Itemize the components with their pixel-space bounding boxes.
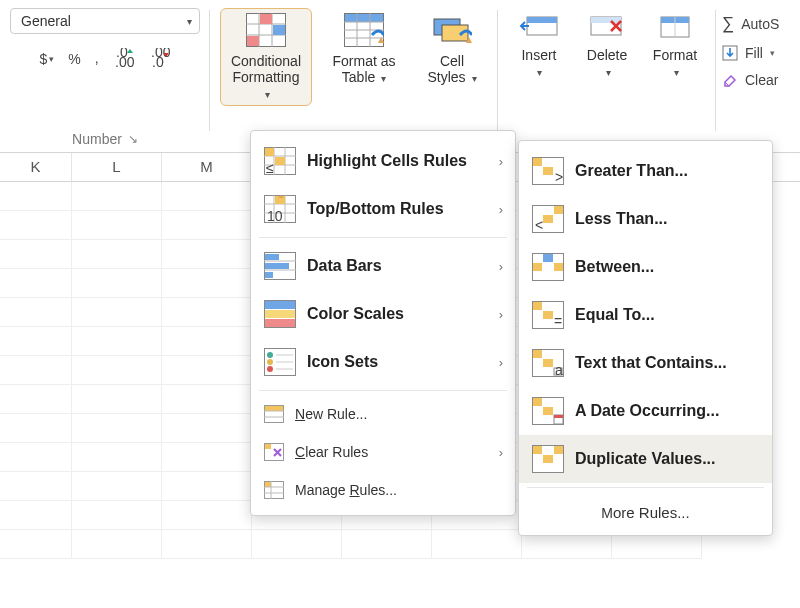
- duplicate-values-icon: [531, 444, 565, 474]
- menu-item-duplicate-values[interactable]: Duplicate Values...: [519, 435, 772, 483]
- column-header-l[interactable]: L: [72, 153, 162, 181]
- column-header-k[interactable]: K: [0, 153, 72, 181]
- chevron-down-icon: ▾: [674, 67, 679, 78]
- increase-decimal-icon: .0.00: [113, 48, 135, 70]
- menu-label: Duplicate Values...: [575, 450, 760, 468]
- insert-label: Insert: [521, 47, 556, 63]
- menu-label: Color Scales: [307, 305, 499, 323]
- percent-format-button[interactable]: %: [68, 52, 80, 66]
- chevron-down-icon: ▾: [537, 67, 542, 78]
- manage-rules-icon: [263, 480, 285, 500]
- menu-label: Manage Rules...: [295, 482, 503, 498]
- delete-button[interactable]: Delete▾: [576, 8, 638, 84]
- svg-rect-53: [265, 319, 295, 327]
- svg-rect-11: [273, 25, 285, 35]
- menu-item-less-than[interactable]: < Less Than...: [519, 195, 772, 243]
- svg-text:=: =: [554, 313, 562, 329]
- svg-rect-74: [543, 167, 553, 175]
- chevron-down-icon: ▾: [472, 73, 477, 84]
- svg-rect-99: [533, 446, 542, 454]
- menu-item-clear-rules[interactable]: Clear Rules ›: [251, 433, 515, 471]
- svg-rect-48: [265, 263, 289, 269]
- format-as-table-label: Format as Table: [332, 53, 395, 85]
- menu-item-new-rule[interactable]: New Rule...: [251, 395, 515, 433]
- chevron-right-icon: ›: [499, 154, 503, 169]
- svg-rect-86: [543, 311, 553, 319]
- increase-decimal-button[interactable]: .0.00: [113, 48, 135, 70]
- menu-item-greater-than[interactable]: > Greater Than...: [519, 147, 772, 195]
- svg-rect-85: [533, 302, 542, 310]
- comma-format-button[interactable]: ,: [95, 56, 99, 62]
- menu-item-highlight-cells-rules[interactable]: ≤ Highlight Cells Rules ›: [251, 137, 515, 185]
- menu-item-color-scales[interactable]: Color Scales ›: [251, 290, 515, 338]
- top-bottom-icon: 10: [263, 194, 297, 224]
- highlight-cells-icon: ≤: [263, 146, 297, 176]
- menu-label: Icon Sets: [307, 353, 499, 371]
- menu-label: Greater Than...: [575, 162, 760, 180]
- menu-item-more-rules[interactable]: More Rules...: [519, 492, 772, 529]
- decrease-decimal-button[interactable]: .00.0: [149, 48, 171, 70]
- chevron-right-icon: ›: [499, 355, 503, 370]
- svg-point-55: [267, 352, 273, 358]
- menu-separator: [259, 390, 507, 391]
- chevron-down-icon: ▾: [49, 55, 54, 64]
- svg-rect-49: [265, 272, 273, 278]
- equal-to-icon: =: [531, 300, 565, 330]
- less-than-icon: <: [531, 204, 565, 234]
- new-rule-icon: [263, 404, 285, 424]
- svg-rect-90: [543, 359, 553, 367]
- svg-rect-10: [260, 14, 272, 24]
- cell-styles-button[interactable]: Cell Styles ▾: [416, 8, 488, 90]
- format-button[interactable]: Format▾: [644, 8, 706, 84]
- svg-rect-52: [265, 310, 295, 318]
- number-format-combo[interactable]: [10, 8, 200, 34]
- dollar-icon: $: [39, 52, 47, 66]
- svg-text:.0: .0: [152, 54, 164, 70]
- menu-item-between[interactable]: Between...: [519, 243, 772, 291]
- column-header-m[interactable]: M: [162, 153, 252, 181]
- clear-label: Clear: [745, 72, 778, 88]
- fill-label: Fill: [745, 45, 763, 61]
- sigma-icon: ∑: [722, 14, 734, 34]
- date-occurring-icon: [531, 396, 565, 426]
- svg-point-57: [267, 366, 273, 372]
- autosum-button[interactable]: ∑ AutoS: [722, 14, 779, 34]
- menu-label: Between...: [575, 258, 760, 276]
- svg-rect-77: [554, 206, 563, 214]
- svg-rect-22: [527, 17, 557, 23]
- svg-rect-89: [533, 350, 542, 358]
- between-icon: [531, 252, 565, 282]
- delete-label: Delete: [587, 47, 627, 63]
- menu-label: Highlight Cells Rules: [307, 152, 499, 170]
- decrease-decimal-icon: .00.0: [149, 48, 171, 70]
- fill-button[interactable]: Fill ▾: [722, 45, 779, 61]
- dialog-launcher-icon[interactable]: ↘: [128, 132, 138, 146]
- number-group-label: Number: [72, 131, 122, 147]
- menu-label: Data Bars: [307, 257, 499, 275]
- conditional-formatting-icon: [246, 13, 286, 47]
- clear-button[interactable]: Clear: [722, 72, 779, 88]
- menu-item-equal-to[interactable]: = Equal To...: [519, 291, 772, 339]
- chevron-right-icon: ›: [499, 202, 503, 217]
- menu-item-top-bottom-rules[interactable]: 10 Top/Bottom Rules ›: [251, 185, 515, 233]
- svg-rect-34: [265, 148, 274, 156]
- chevron-right-icon: ›: [499, 445, 503, 460]
- accounting-format-button[interactable]: $ ▾: [39, 52, 54, 66]
- insert-button[interactable]: Insert▾: [508, 8, 570, 84]
- fill-down-icon: [722, 45, 738, 61]
- menu-item-data-bars[interactable]: Data Bars ›: [251, 242, 515, 290]
- svg-rect-24: [591, 17, 621, 23]
- format-as-table-button[interactable]: Format as Table ▾: [318, 8, 410, 90]
- conditional-formatting-button[interactable]: Conditional Formatting ▾: [220, 8, 312, 106]
- svg-rect-81: [543, 254, 553, 262]
- menu-separator: [527, 487, 764, 488]
- menu-item-manage-rules[interactable]: Manage Rules...: [251, 471, 515, 509]
- menu-label: A Date Occurring...: [575, 402, 760, 420]
- svg-rect-83: [554, 263, 563, 271]
- menu-item-date-occurring[interactable]: A Date Occurring...: [519, 387, 772, 435]
- menu-item-icon-sets[interactable]: Icon Sets ›: [251, 338, 515, 386]
- icon-sets-icon: [263, 347, 297, 377]
- menu-item-text-contains[interactable]: a Text that Contains...: [519, 339, 772, 387]
- menu-label: Equal To...: [575, 306, 760, 324]
- chevron-down-icon: ▾: [265, 89, 270, 100]
